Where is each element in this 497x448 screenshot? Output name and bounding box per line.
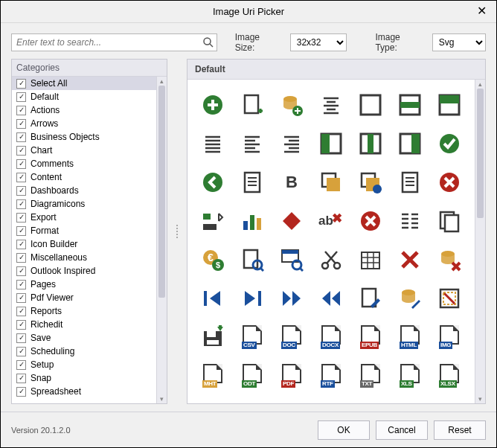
category-item[interactable]: ✓Setup xyxy=(12,358,156,371)
reset-button[interactable]: Reset xyxy=(434,420,486,440)
categories-scrollbar[interactable]: ▴ ▾ xyxy=(156,77,167,403)
copy-page-icon[interactable] xyxy=(433,205,466,237)
scroll-up-icon[interactable]: ▴ xyxy=(477,80,484,89)
align-right-icon[interactable] xyxy=(275,127,308,160)
scroll-thumb[interactable] xyxy=(158,86,165,298)
skip-last-icon[interactable] xyxy=(236,282,269,315)
category-item[interactable]: ✓Scheduling xyxy=(12,345,156,358)
layer-back-icon[interactable] xyxy=(315,166,347,199)
skip-first-icon[interactable] xyxy=(196,282,229,315)
back-circle-icon[interactable] xyxy=(196,166,229,199)
scroll-up-icon[interactable]: ▴ xyxy=(158,77,165,86)
checkbox-icon[interactable]: ✓ xyxy=(16,159,26,169)
box-middle-v-icon[interactable] xyxy=(354,127,387,160)
file-xlsx-icon[interactable]: XLSX xyxy=(433,359,466,392)
box-top-icon[interactable] xyxy=(433,89,466,121)
edit-database-icon[interactable] xyxy=(394,282,426,315)
category-item[interactable]: ✓Miscellaneous xyxy=(12,251,156,264)
play-double-icon[interactable] xyxy=(275,282,308,315)
checkbox-icon[interactable]: ✓ xyxy=(16,226,26,236)
image-type-select[interactable]: Svg xyxy=(432,33,486,51)
add-page-icon[interactable] xyxy=(236,89,269,121)
add-circle-icon[interactable] xyxy=(196,89,229,121)
checkbox-icon[interactable]: ✓ xyxy=(16,240,26,249)
category-item[interactable]: ✓Pdf Viewer xyxy=(12,291,156,304)
cancel-circle-2-icon[interactable] xyxy=(354,205,387,237)
chart-bars-icon[interactable] xyxy=(236,205,269,237)
category-item[interactable]: ✓Spreadsheet xyxy=(12,385,156,398)
category-item[interactable]: ✓Comments xyxy=(12,157,156,170)
checkbox-icon[interactable]: ✓ xyxy=(16,320,26,330)
cancel-circle-icon[interactable] xyxy=(433,166,466,199)
list-lines-icon[interactable] xyxy=(394,205,426,237)
checkbox-icon[interactable]: ✓ xyxy=(16,199,26,209)
category-item[interactable]: ✓Content xyxy=(12,170,156,184)
image-size-select[interactable]: 32x32 xyxy=(290,33,347,51)
checkbox-icon[interactable]: ✓ xyxy=(16,253,26,263)
table-wrench-icon[interactable] xyxy=(275,243,308,276)
page-wrench-icon[interactable] xyxy=(236,243,269,276)
checkbox-icon[interactable]: ✓ xyxy=(16,186,26,196)
box-outline-icon[interactable] xyxy=(354,89,387,121)
checkbox-icon[interactable]: ✓ xyxy=(16,360,26,370)
delete-x-icon[interactable] xyxy=(394,243,426,276)
file-csv-icon[interactable]: CSV xyxy=(236,321,269,353)
category-item[interactable]: ✓Pages xyxy=(12,278,156,291)
icons-scrollbar[interactable]: ▴ ▾ xyxy=(475,80,485,403)
category-item[interactable]: ✓Arrows xyxy=(12,117,156,130)
file-html-icon[interactable]: HTML xyxy=(394,321,426,353)
clear-text-icon[interactable]: ab✖ xyxy=(315,205,347,237)
category-item[interactable]: ✓Reports xyxy=(12,304,156,318)
crop-image-icon[interactable] xyxy=(433,282,466,315)
file-txt-icon[interactable]: TXT xyxy=(354,359,387,392)
category-item[interactable]: ✓Outlook Inspired xyxy=(12,264,156,278)
ok-button[interactable]: OK xyxy=(318,420,370,440)
category-item[interactable]: ✓Chart xyxy=(12,144,156,157)
scroll-down-icon[interactable]: ▾ xyxy=(477,394,484,403)
category-item[interactable]: ✓Export xyxy=(12,211,156,224)
file-rtf-icon[interactable]: RTF xyxy=(315,359,347,392)
scroll-thumb[interactable] xyxy=(477,89,484,218)
delete-database-icon[interactable] xyxy=(433,243,466,276)
category-item[interactable]: ✓Dashboards xyxy=(12,184,156,197)
close-icon[interactable]: ✕ xyxy=(474,4,489,19)
checkbox-icon[interactable]: ✓ xyxy=(16,92,26,102)
checkbox-icon[interactable]: ✓ xyxy=(16,119,26,129)
checkbox-icon[interactable]: ✓ xyxy=(16,307,26,316)
splitter-grip[interactable] xyxy=(175,59,179,404)
category-item[interactable]: ✓Icon Builder xyxy=(12,237,156,251)
file-docx-icon[interactable]: DOCX xyxy=(315,321,347,353)
checkbox-icon[interactable]: ✓ xyxy=(16,266,26,276)
file-doc-icon[interactable]: DOC xyxy=(275,321,308,353)
category-item[interactable]: ✓Richedit xyxy=(12,318,156,331)
checkbox-icon[interactable]: ✓ xyxy=(16,106,26,115)
category-item[interactable]: ✓Business Objects xyxy=(12,130,156,144)
file-epub-icon[interactable]: EPUB xyxy=(354,321,387,353)
category-item[interactable]: ✓Diagramicons xyxy=(12,197,156,211)
category-item[interactable]: ✓Format xyxy=(12,224,156,237)
checkbox-icon[interactable]: ✓ xyxy=(16,333,26,343)
align-justify-icon[interactable] xyxy=(196,127,229,160)
checkbox-icon[interactable]: ✓ xyxy=(16,280,26,289)
checkbox-icon[interactable]: ✓ xyxy=(16,347,26,356)
date-grid-icon[interactable] xyxy=(354,243,387,276)
eraser-icon[interactable] xyxy=(275,205,308,237)
box-right-icon[interactable] xyxy=(394,127,426,160)
category-item[interactable]: ✓Save xyxy=(12,331,156,345)
add-database-icon[interactable] xyxy=(275,89,308,121)
category-item[interactable]: ✓Default xyxy=(12,90,156,103)
layer-front-icon[interactable] xyxy=(354,166,387,199)
ruler-swap-icon[interactable] xyxy=(196,205,229,237)
category-item[interactable]: ✓Select All xyxy=(12,77,156,90)
rewind-double-icon[interactable] xyxy=(315,282,347,315)
page-text-icon[interactable] xyxy=(394,166,426,199)
categories-list[interactable]: ✓Select All✓Default✓Actions✓Arrows✓Busin… xyxy=(12,77,156,403)
cut-scissors-icon[interactable] xyxy=(315,243,347,276)
currency-euro-icon[interactable]: €$ xyxy=(196,243,229,276)
box-half-h-icon[interactable] xyxy=(394,89,426,121)
box-left-icon[interactable] xyxy=(315,127,347,160)
category-item[interactable]: ✓Snap xyxy=(12,371,156,385)
cancel-button[interactable]: Cancel xyxy=(376,420,428,440)
checkbox-icon[interactable]: ✓ xyxy=(16,387,26,397)
scroll-down-icon[interactable]: ▾ xyxy=(158,394,165,403)
